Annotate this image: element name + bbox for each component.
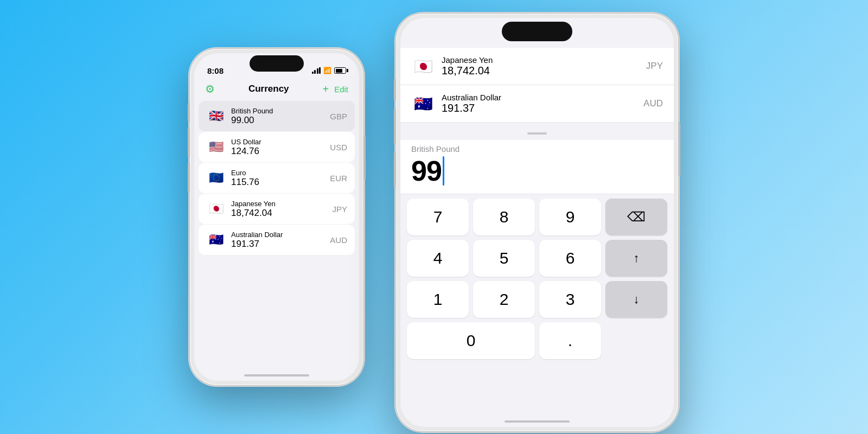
currency-name: US Dollar [231,138,324,146]
active-currency-value: 99 [411,155,442,187]
up-arrow-button[interactable]: ↑ [605,240,667,277]
mute-button-right [394,79,396,100]
down-arrow-button[interactable]: ↓ [605,281,667,318]
key-7[interactable]: 7 [407,199,469,235]
flag-jpy: 🇯🇵 [206,199,226,219]
scroll-item-aud[interactable]: 🇦🇺 Australian Dollar 191.37 AUD [400,85,674,123]
home-indicator-right [505,420,570,423]
currency-value: 18,742.04 [442,65,640,77]
volume-up-button-right [394,108,396,144]
key-9[interactable]: 9 [539,199,601,235]
currency-code: JPY [332,205,347,214]
key-3[interactable]: 3 [539,281,601,318]
status-time: 8:08 [207,66,224,75]
iphone-left: 8:08 📶 ⚙ Currency [190,49,363,385]
currency-code: EUR [330,174,347,183]
nav-bar: ⚙ Currency + Edit [194,80,359,101]
scroll-area: 🇯🇵 Japanese Yen 18,742.04 JPY 🇦🇺 Austral… [400,48,674,123]
flag-eur: 🇪🇺 [206,168,226,188]
backspace-button[interactable]: ⌫ [605,199,667,235]
wifi-icon: 📶 [323,67,331,74]
key-6[interactable]: 6 [539,240,601,277]
volume-up-button [188,127,190,157]
input-section: British Pound 99 [400,140,674,194]
page-title: Currency [248,84,289,94]
list-item[interactable]: 🇯🇵 Japanese Yen 18,742.04 JPY [199,194,355,224]
list-item[interactable]: 🇪🇺 Euro 115.76 EUR [199,163,355,193]
drag-indicator [527,132,547,135]
key-dot[interactable]: . [539,322,601,359]
volume-down-button-right [394,152,396,187]
currency-code: GBP [330,112,347,121]
list-item[interactable]: 🇬🇧 British Pound 99.00 GBP [199,101,355,131]
dynamic-island-right [502,22,572,41]
currency-name: Euro [231,169,324,177]
up-arrow-icon: ↑ [634,251,640,265]
settings-icon[interactable]: ⚙ [205,82,215,95]
signal-icon [312,67,321,74]
numpad: 7 8 9 ⌫ 4 5 6 ↑ 1 2 3 ↓ [400,194,674,365]
currency-name: Japanese Yen [442,55,640,65]
currency-value: 115.76 [231,177,324,188]
power-button-right [678,122,680,176]
currency-code: AUD [330,235,347,245]
flag-aud-right: 🇦🇺 [411,92,435,116]
scroll-item-jpy[interactable]: 🇯🇵 Japanese Yen 18,742.04 JPY [400,48,674,85]
home-indicator [244,374,309,376]
flag-jpy-right: 🇯🇵 [411,54,435,78]
left-screen: 8:08 📶 ⚙ Currency [194,53,359,381]
iphone-right: 🇯🇵 Japanese Yen 18,742.04 JPY 🇦🇺 Austral… [396,14,678,431]
currency-name: Australian Dollar [442,93,637,102]
add-currency-button[interactable]: + [322,83,329,95]
nav-actions: + Edit [322,83,348,95]
edit-button[interactable]: Edit [334,85,348,94]
key-1[interactable]: 1 [407,281,469,318]
currency-code: AUD [643,98,663,109]
currency-value: 191.37 [442,102,637,114]
currency-name: Australian Dollar [231,231,324,239]
key-4[interactable]: 4 [407,240,469,277]
status-icons: 📶 [312,67,347,74]
flag-gbp: 🇬🇧 [206,106,226,126]
right-screen: 🇯🇵 Japanese Yen 18,742.04 JPY 🇦🇺 Austral… [400,18,674,427]
dynamic-island [250,55,304,72]
currency-value: 99.00 [231,115,324,126]
active-currency-label: British Pound [411,144,663,154]
currency-value: 124.76 [231,146,324,157]
text-cursor [443,156,444,186]
volume-down-button [188,163,190,193]
currency-list: 🇬🇧 British Pound 99.00 GBP 🇺🇸 US Dollar … [194,101,359,255]
key-2[interactable]: 2 [473,281,535,318]
key-0[interactable]: 0 [407,322,535,359]
currency-name: Japanese Yen [231,200,327,208]
flag-aud: 🇦🇺 [206,230,226,250]
list-item[interactable]: 🇺🇸 US Dollar 124.76 USD [199,132,355,162]
down-arrow-icon: ↓ [634,292,640,307]
currency-code: USD [330,143,347,152]
currency-code: JPY [646,61,663,72]
flag-usd: 🇺🇸 [206,137,226,157]
power-button [363,136,366,179]
key-8[interactable]: 8 [473,199,535,235]
currency-name: British Pound [231,107,324,115]
backspace-icon: ⌫ [627,209,646,225]
mute-button [188,103,190,122]
currency-value: 191.37 [231,239,324,250]
phones-container: 8:08 📶 ⚙ Currency [190,3,678,431]
battery-icon [334,67,346,74]
key-5[interactable]: 5 [473,240,535,277]
currency-value: 18,742.04 [231,208,327,219]
list-item[interactable]: 🇦🇺 Australian Dollar 191.37 AUD [199,225,355,255]
